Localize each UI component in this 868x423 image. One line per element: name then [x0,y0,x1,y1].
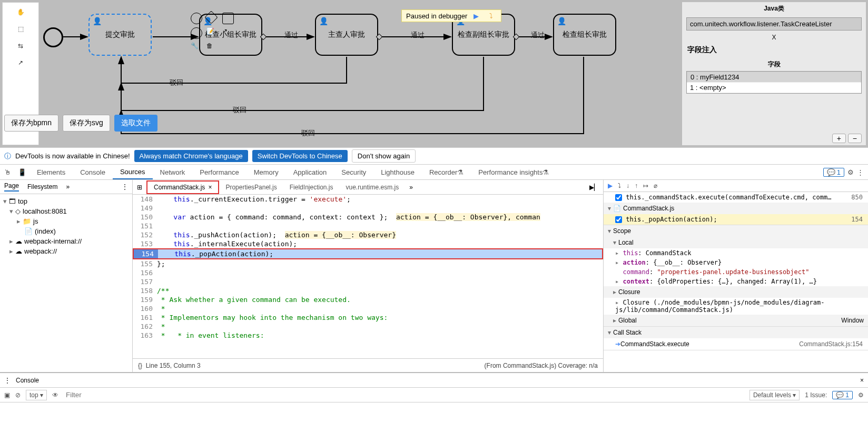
tab-elements[interactable]: Elements [29,165,73,179]
tree-webpack-internal[interactable]: ☁ webpack-internal:// [0,236,132,246]
end-event-icon[interactable] [191,13,202,24]
save-svg-button[interactable]: 保存为svg [63,115,110,132]
toggle-right-icon[interactable]: ▶▏ [585,184,603,191]
tree-top[interactable]: 🗔 top [0,196,132,206]
bp-checkbox[interactable] [615,216,622,223]
tab-console[interactable]: Console [73,165,113,179]
console-settings-icon[interactable]: ⚙ [858,391,864,399]
task-submit[interactable]: 👤 提交审批 [88,14,152,56]
tab-sources[interactable]: Sources [113,165,153,179]
resume-icon[interactable]: ▶ [470,11,482,21]
deactivate-bp-icon[interactable]: ⌀ [654,182,657,189]
messages-badge[interactable]: 💬 1 [823,168,844,177]
scope-header[interactable]: Scope [604,225,868,237]
dont-show-button[interactable]: Don't show again [352,149,416,163]
file-tab-commandstack[interactable]: CommandStack.js × [146,180,219,194]
pretty-print-icon[interactable]: {} [138,362,142,369]
code-editor[interactable]: 148 this._currentExecution.trigger = 'ex… [133,195,603,358]
callstack-header[interactable]: Call Stack [604,327,868,338]
task-group-lead[interactable]: 👤 检查组长审批 [553,14,616,56]
add-field-button[interactable]: + [832,134,846,143]
switch-chinese-button[interactable]: Switch DevTools to Chinese [252,150,348,162]
live-expression-icon[interactable]: 👁 [52,391,58,399]
bp-checkbox[interactable] [615,194,622,201]
space-tool-icon[interactable]: ⇆ [13,38,28,53]
tree-host[interactable]: ◇ localhost:8081 [0,206,132,216]
file-tree: 🗔 top ◇ localhost:8081 📁 js 📄 (index) ☁ … [0,194,132,258]
tree-js[interactable]: 📁 js [0,216,132,226]
device-toolbar-icon[interactable]: 📱 [15,168,29,176]
tab-network[interactable]: Network [153,165,193,179]
tab-security[interactable]: Security [334,165,373,179]
task-main-reviewer[interactable]: 👤 主查人审批 [315,14,378,56]
tree-index[interactable]: 📄 (index) [0,226,132,236]
file-tab-vue-runtime[interactable]: vue.runtime.esm.js [340,182,406,193]
step-over-icon[interactable]: ⤵ [618,182,621,189]
connect-tool-icon[interactable]: ↗ [13,55,28,70]
save-bpmn-button[interactable]: 保存为bpmn [4,115,58,132]
scope-closure-header[interactable]: Closure [604,286,868,298]
always-match-button[interactable]: Always match Chrome's language [134,150,248,162]
toggle-sidebar-icon[interactable]: ▣ [4,391,10,399]
task-icon[interactable] [222,13,234,24]
gateway-icon[interactable] [204,11,218,24]
tab-perf-insights[interactable]: Performance insights ⚗ [471,165,556,179]
tab-application[interactable]: Application [286,165,334,179]
nav-more-icon[interactable]: ⋮ [122,183,128,190]
tree-webpack[interactable]: ☁ webpack:// [0,246,132,256]
show-nav-icon[interactable]: ⊞ [133,184,146,191]
intermediate-event-icon[interactable] [191,27,202,39]
choose-file-button[interactable]: 选取文件 [114,115,157,132]
tab-memory[interactable]: Memory [246,165,286,179]
bp-file-header[interactable]: 📄 CommandStack.js [604,203,868,214]
scope-command[interactable]: command: "properties-panel.update-busine… [604,267,868,277]
drawer-tab-console[interactable]: Console [16,377,39,384]
console-filter-input[interactable] [64,389,744,401]
scope-global-header[interactable]: GlobalWindow [604,315,868,326]
delete-x[interactable]: X [682,33,866,42]
drawer-more-icon[interactable]: ⋮ [4,377,11,384]
java-class-input[interactable]: com.unitech.workflow.listener.TaskCreate… [686,17,862,31]
nav-tab-filesystem[interactable]: Filesystem [27,183,57,190]
tab-recorder[interactable]: Recorder ⚗ [422,165,471,179]
step-icon[interactable]: ↦ [643,182,648,189]
scope-local-header[interactable]: Local [604,237,868,248]
step-over-icon[interactable]: ⤵ [485,11,497,21]
issues-badge[interactable]: 💬 1 [832,391,853,399]
remove-field-button[interactable]: − [848,134,862,143]
scope-this[interactable]: this: CommandStack [604,248,868,258]
callstack-row[interactable]: ➔ CommandStack.execute CommandStack.js:1… [604,338,868,350]
clear-console-icon[interactable]: ⊘ [15,391,21,399]
bpmn-canvas[interactable]: 👤 提交审批 👤 检查小组长审批 👤 主查人审批 👤 检查副组长审批 👤 检查组… [41,0,682,147]
close-icon[interactable]: × [208,184,212,191]
field-row-1[interactable]: 1 : <empty> [687,83,861,93]
log-levels-selector[interactable]: Default levels ▾ [749,390,800,400]
hand-tool-icon[interactable]: ✋ [13,5,28,19]
resume-icon[interactable]: ▶ [608,182,613,189]
file-tab-propertiespanel[interactable]: PropertiesPanel.js [219,182,283,193]
tab-lighthouse[interactable]: Lighthouse [373,165,422,179]
issues-label: 1 Issue: [805,391,827,399]
field-row-0[interactable]: 0 : myField1234 [687,72,861,83]
more-files-icon[interactable]: » [405,184,417,191]
scope-context[interactable]: context: {oldProperties: {…}, changed: A… [604,277,868,286]
step-into-icon[interactable]: ↓ [626,182,629,189]
lasso-tool-icon[interactable]: ⬚ [13,22,28,36]
scope-closure2[interactable]: Closure (./node_modules/bpmn-js/node_mod… [604,298,868,315]
drawer-close-icon[interactable]: × [860,377,864,384]
nav-tab-page[interactable]: Page [4,182,19,192]
sources-panel: Page Filesystem » ⋮ 🗔 top ◇ localhost:80… [0,180,868,372]
task-label: 检查副组长审批 [458,30,509,39]
more-icon[interactable]: ⋮ [857,168,864,176]
tab-performance[interactable]: Performance [192,165,246,179]
more-tabs-icon[interactable]: » [66,183,70,190]
breakpoint-row[interactable]: this._commandStack.execute(commandToExec… [604,192,868,203]
step-out-icon[interactable]: ↑ [635,182,638,189]
context-selector[interactable]: top ▾ [26,390,47,400]
breakpoint-row-current[interactable]: this._popAction(action); 154 [604,214,868,225]
file-tab-fieldinjection[interactable]: FieldInjection.js [283,182,340,193]
start-event[interactable] [43,27,63,47]
scope-action[interactable]: action: {__ob__: Observer} [604,258,868,267]
settings-icon[interactable]: ⚙ [847,168,854,176]
inspect-icon[interactable]: 🖱 [0,168,15,176]
